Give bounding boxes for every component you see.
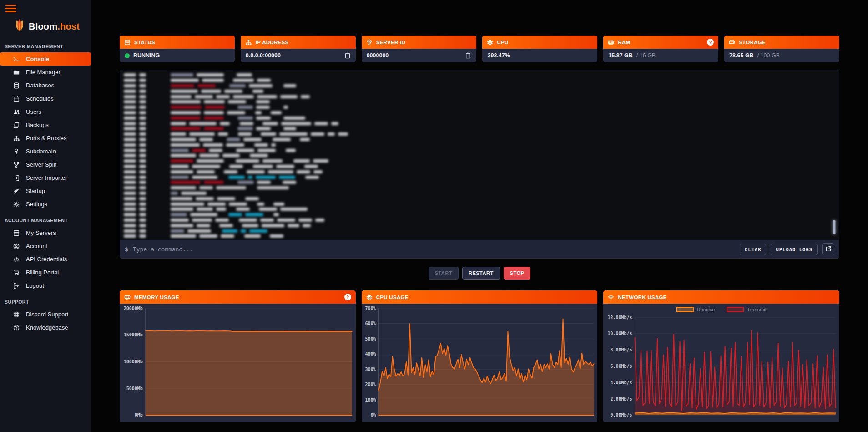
clear-button[interactable]: CLEAR (740, 244, 767, 255)
sidebar-item-console[interactable]: Console (0, 52, 91, 66)
stat-card-body: 15.87 GB / 16 GB (603, 49, 718, 62)
clipboard-icon[interactable] (465, 52, 471, 59)
sitemap-icon (13, 135, 20, 142)
bloom-logo[interactable]: Bloom.host (14, 19, 91, 34)
sidebar-item-discord-support[interactable]: Discord Support (0, 308, 91, 321)
upload-logs-button[interactable]: UPLOAD LOGS (771, 244, 818, 255)
chart-card-header: CPU USAGE (362, 290, 598, 304)
stat-value: 0000000 (367, 52, 389, 59)
svg-text:400%: 400% (365, 351, 376, 356)
sidebar-item-databases[interactable]: Databases (0, 79, 91, 92)
chart-card-memory-usage: MEMORY USAGE?20000Mb15000Mb10000Mb5000Mb… (120, 290, 356, 422)
sidebar-item-api-credentials[interactable]: API Credentials (0, 253, 91, 266)
chart-card-cpu-usage: CPU USAGE700%600%500%400%300%200%100%0% (362, 290, 598, 422)
sidebar-item-users[interactable]: Users (0, 105, 91, 118)
sidebar-item-knowledgebase[interactable]: Knowledgebase (0, 321, 91, 334)
sidebar-item-subdomain[interactable]: Subdomain (0, 145, 91, 158)
sidebar: Bloom.host SERVER MANAGEMENTConsoleFile … (0, 0, 91, 432)
stat-card-storage: STORAGE78.65 GB / 100 GB (724, 36, 839, 62)
log-line (124, 115, 834, 121)
svg-text:600%: 600% (365, 321, 376, 326)
log-line (124, 212, 834, 218)
sidebar-item-server-split[interactable]: Server Split (0, 158, 91, 171)
stat-card-server-id: SERVER ID0000000 (362, 36, 477, 62)
chart-plot: 700%600%500%400%300%200%100%0% (362, 304, 598, 422)
memory-icon (608, 39, 614, 46)
log-line (124, 196, 834, 201)
chart-body: 20000Mb15000Mb10000Mb5000Mb0Mb (120, 304, 356, 422)
sidebar-item-logout[interactable]: Logout (0, 279, 91, 292)
svg-text:8.00Mb/s: 8.00Mb/s (611, 347, 632, 352)
nav-section-label: SUPPORT (0, 292, 91, 308)
external-link-icon (825, 246, 832, 253)
lifebuoy-icon (13, 311, 20, 318)
sidebar-item-label: Console (26, 56, 49, 62)
chart-card-header: MEMORY USAGE? (120, 290, 356, 304)
sidebar-item-label: Startup (26, 188, 45, 194)
pin-icon (13, 148, 20, 155)
svg-text:0%: 0% (370, 412, 376, 417)
stop-button[interactable]: STOP (504, 267, 531, 280)
help-icon[interactable]: ? (707, 39, 714, 46)
log-line (124, 132, 834, 137)
log-line (124, 99, 834, 105)
sidebar-item-server-importer[interactable]: Server Importer (0, 171, 91, 184)
sidebar-item-label: My Servers (26, 229, 56, 236)
svg-text:10000Mb: 10000Mb (124, 359, 143, 364)
stat-card-ram: RAM?15.87 GB / 16 GB (603, 36, 718, 62)
sidebar-item-account[interactable]: Account (0, 239, 91, 253)
stat-value: 15.87 GB (608, 52, 633, 59)
nav-section-label: ACCOUNT MANAGEMENT (0, 211, 91, 226)
sidebar-item-schedules[interactable]: Schedules (0, 92, 91, 105)
sidebar-item-label: Settings (26, 201, 47, 208)
sidebar-item-startup[interactable]: Startup (0, 184, 91, 198)
help-icon[interactable]: ? (344, 294, 351, 300)
sidebar-item-label: Logout (26, 282, 44, 289)
svg-text:2.00Mb/s: 2.00Mb/s (611, 396, 632, 402)
stat-card-header: CPU (482, 36, 597, 49)
log-line (124, 153, 834, 158)
nav-section-label: SERVER MANAGEMENT (0, 37, 91, 52)
expand-console-button[interactable] (822, 243, 834, 255)
stat-card-header: STORAGE (724, 36, 839, 49)
wifi-icon (608, 294, 614, 300)
sidebar-item-label: API Credentials (26, 256, 67, 263)
stat-card-body: 0.0.0.0:00000 (241, 49, 356, 62)
command-input[interactable] (133, 246, 735, 253)
sidebar-item-my-servers[interactable]: My Servers (0, 226, 91, 239)
start-button[interactable]: START (429, 267, 459, 280)
chart-title: MEMORY USAGE (134, 295, 179, 300)
svg-text:100%: 100% (365, 397, 376, 402)
gear-icon (13, 201, 20, 208)
legend-item-transmit: Transmit (727, 307, 766, 312)
restart-button[interactable]: RESTART (462, 267, 500, 280)
sidebar-item-label: Schedules (26, 95, 54, 102)
sidebar-item-ports-proxies[interactable]: Ports & Proxies (0, 132, 91, 145)
console-output[interactable] (120, 70, 839, 240)
sidebar-item-label: Server Split (26, 161, 56, 168)
sidebar-item-backups[interactable]: Backups (0, 118, 91, 132)
sidebar-item-label: Subdomain (26, 148, 56, 155)
logout-icon (13, 283, 20, 289)
users-icon (13, 109, 20, 115)
log-line (124, 207, 834, 212)
stat-value-max: / 100 GB (757, 52, 780, 59)
hamburger-menu-icon[interactable] (5, 5, 16, 12)
stat-card-cpu: CPU292.47% (482, 36, 597, 62)
log-line (124, 158, 834, 164)
sidebar-item-label: Account (26, 243, 47, 249)
sidebar-item-settings[interactable]: Settings (0, 198, 91, 211)
sitemap-icon (245, 39, 252, 46)
stat-value: 78.65 GB (729, 52, 754, 59)
stat-value: 292.47% (487, 52, 510, 59)
command-bar: $ CLEAR UPLOAD LOGS (120, 240, 839, 258)
console-scrollbar-thumb[interactable] (833, 220, 836, 234)
stat-card-body: 0000000 (362, 49, 477, 62)
chip-icon (366, 294, 373, 300)
log-line (124, 126, 834, 132)
sidebar-item-file-manager[interactable]: File Manager (0, 66, 91, 79)
stat-card-header: RAM? (603, 36, 718, 49)
clipboard-icon[interactable] (344, 52, 351, 59)
sidebar-item-billing-portal[interactable]: Billing Portal (0, 266, 91, 279)
stats-row: STATUSRUNNINGIP ADDRESS0.0.0.0:00000SERV… (120, 36, 839, 62)
